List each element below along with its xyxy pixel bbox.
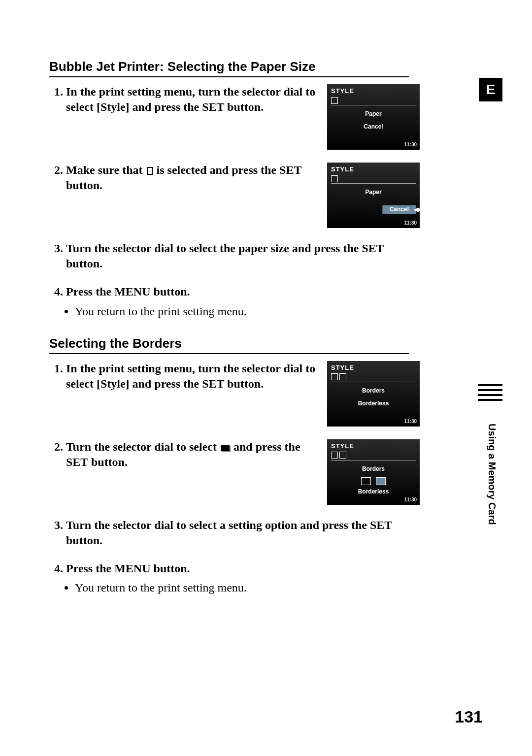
steps-list: In the print setting menu, turn the sele… [49,361,483,598]
step-item: Press the MENU button. You return to the… [66,284,483,321]
step-item: In the print setting menu, turn the sele… [66,361,483,427]
lcd-title: STYLE [331,165,416,174]
lcd-footer: 11:30 [404,141,417,148]
step-text: Turn the selector dial to select and pre… [66,439,317,470]
step-sublist: You return to the print setting menu. [66,304,421,319]
lcd-footer: 11:30 [404,220,417,226]
lcd-line: Borderless [331,488,416,496]
step-item: In the print setting menu, turn the sele… [66,84,483,150]
step-item: Make sure that is selected and press the… [66,163,483,228]
lcd-chips [331,477,416,485]
side-decorative-bars [478,384,502,404]
lcd-line-selected: Cancel ◀▶ [383,205,416,214]
steps-list: In the print setting menu, turn the sele… [49,84,483,321]
lcd-icons [331,452,416,460]
paper-portrait-icon [147,167,153,175]
step-item: Turn the selector dial to select the pap… [66,241,483,271]
step-text: In the print setting menu, turn the sele… [66,84,317,115]
side-section-label: Using a Memory Card [486,424,498,525]
lcd-line: Borders [331,465,416,473]
border-landscape-icon [221,445,230,451]
step-sublist: You return to the print setting menu. [66,580,421,595]
lcd-line: Borders [331,387,416,395]
step-text: In the print setting menu, turn the sele… [66,361,317,392]
lcd-screenshot: STYLE Borders Borderless 11:30 [327,361,420,427]
step-item: Turn the selector dial to select a setti… [66,518,483,548]
border-chip-icon [376,477,386,485]
lcd-footer: 11:30 [404,418,417,425]
step-text: Press the MENU button. You return to the… [66,561,421,597]
lcd-title: STYLE [331,364,416,372]
selector-arrow-icon: ◀▶ [414,206,422,213]
border-chip-icon [361,477,371,485]
lcd-line: Borderless [331,400,416,408]
page-number: 131 [455,707,483,726]
lcd-line: Paper [331,110,416,118]
lcd-title: STYLE [331,87,416,96]
section-heading: Bubble Jet Printer: Selecting the Paper … [49,59,409,77]
step-text: Turn the selector dial to select a setti… [66,518,421,548]
lcd-screenshot: STYLE Paper Cancel ◀▶ 11:30 [327,163,420,228]
lcd-footer: 11:30 [404,496,417,503]
lcd-icons [331,97,416,104]
step-text-a: Make sure that [66,164,146,176]
lcd-icons [331,175,416,183]
step-text-a: Turn the selector dial to select [66,440,220,453]
step-text: Turn the selector dial to select the pap… [66,241,421,271]
step-sub-item: You return to the print setting menu. [75,580,421,595]
step-item: Press the MENU button. You return to the… [66,561,483,597]
step-text: Make sure that is selected and press the… [66,163,317,193]
step-item: Turn the selector dial to select and pre… [66,439,483,505]
manual-page: E Using a Memory Card Bubble Jet Printer… [0,0,532,756]
step-text: Press the MENU button. You return to the… [66,284,421,321]
lcd-title: STYLE [331,442,416,451]
step-sub-item: You return to the print setting menu. [75,304,421,319]
section-heading: Selecting the Borders [49,336,409,354]
tab-indicator-e: E [479,78,502,101]
lcd-line: Paper [331,189,416,197]
lcd-icons [331,373,416,381]
lcd-screenshot: STYLE Paper Cancel 11:30 [327,84,420,150]
lcd-line: Cancel [331,123,416,131]
lcd-screenshot: STYLE Borders Borderless 11:30 [327,439,420,505]
